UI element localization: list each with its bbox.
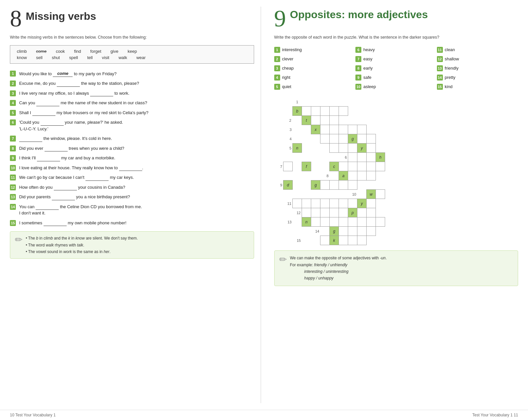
answer-blank [36, 102, 59, 106]
answer-blank [54, 186, 77, 190]
exercise-list: 1 Would you like to come to my party on … [10, 70, 254, 226]
opp-num: 15 [437, 84, 443, 90]
exercise-item: 9 I think I'll my car and buy a motorbik… [10, 155, 254, 161]
opp-word: cheap [282, 66, 294, 71]
opp-item-7: 7 easy [355, 54, 437, 64]
answer-blank [57, 82, 80, 87]
word-give: give [111, 49, 118, 54]
opp-item-1: 1 interesting [274, 45, 356, 54]
opp-word: kind [445, 84, 453, 89]
opp-word: pretty [445, 75, 456, 80]
right-section-title: Opposites: more adjectives [290, 7, 428, 21]
word-climb: climb [17, 49, 27, 54]
exercise-num: 5 [10, 110, 16, 116]
exercise-text: the window, please. It's cold in here. [19, 135, 112, 142]
opp-word: easy [363, 56, 372, 61]
cell-letter: x [315, 127, 317, 132]
word-wear: wear [136, 55, 146, 60]
cell-letter: g [314, 183, 317, 187]
exercise-item: 1 Would you like to come to my party on … [10, 70, 254, 77]
word-keep: keep [128, 49, 137, 54]
cell-letter: c [333, 164, 335, 169]
exercise-num: 6 [10, 119, 16, 125]
filled-answer: come [53, 70, 73, 77]
footer-left: 10 Test Your Vocabulary 1 [10, 413, 56, 417]
cell-letter: k [333, 238, 335, 243]
exercise-num: 11 [10, 175, 16, 180]
opp-item-5: 5 quiet [274, 82, 356, 91]
exercise-num: 2 [10, 81, 16, 86]
opp-num: 12 [437, 56, 443, 62]
exercise-item: 5 Shall I my blue trousers or my red ski… [10, 110, 254, 116]
word-box: climb come cook find forget give keep kn… [10, 45, 254, 64]
opp-num: 3 [274, 65, 280, 71]
cell-letter: h [379, 155, 381, 160]
exercise-num: 3 [10, 90, 16, 96]
right-instructions: Write the opposite of each word in the p… [274, 34, 518, 41]
footer-right: Test Your Vocabulary 1 11 [472, 413, 518, 417]
page-footer: 10 Test Your Vocabulary 1 Test Your Voca… [0, 410, 528, 420]
opp-word: safe [363, 75, 372, 80]
exercise-item: 4 Can you me the name of the new student… [10, 100, 254, 106]
answer-blank [41, 121, 64, 126]
exercise-num: 13 [10, 194, 16, 200]
opp-word: clever [282, 56, 294, 61]
cell-letter: f [306, 164, 307, 169]
opp-word: shallow [445, 56, 459, 61]
note-box-right: ✏ We can make the opposite of some adjec… [274, 250, 518, 286]
word-sell: sell [36, 55, 43, 60]
exercise-item: 8 Did you ever trees when you were a chi… [10, 145, 254, 152]
opp-item-9: 9 safe [355, 73, 437, 82]
opp-item-10: 10 asleep [355, 82, 437, 91]
left-section-number: 8 [10, 7, 22, 30]
opp-item-8: 8 early [355, 64, 437, 73]
opp-num: 13 [437, 65, 443, 71]
exercise-num: 15 [10, 220, 16, 226]
opp-num: 4 [274, 75, 280, 81]
opp-word: early [363, 66, 373, 71]
opp-num: 8 [355, 65, 361, 71]
word-walk: walk [118, 55, 127, 60]
opp-num: 9 [355, 75, 361, 81]
exercise-item: 15 I sometimes my own mobile phone numbe… [10, 220, 254, 226]
answer-blank [90, 92, 113, 96]
answer-blank [36, 205, 59, 210]
word-tell: tell [87, 55, 93, 60]
exercise-item: 13 Did your parents you a nice birthday … [10, 194, 254, 200]
exercise-num: 1 [10, 71, 16, 77]
opp-item-4: 4 right [274, 73, 356, 82]
opp-num: 5 [274, 84, 280, 90]
note-box-left: ✏ • The b in climb and the k in know are… [10, 231, 254, 259]
exercise-num: 14 [10, 204, 16, 210]
exercise-num: 12 [10, 184, 16, 190]
word-spell: spell [69, 55, 78, 60]
answer-blank [85, 176, 109, 181]
word-row-2: know sell shut spell tell visit walk wea… [17, 55, 247, 60]
right-section-header: 9 Opposites: more adjectives [274, 7, 518, 30]
answer-blank [52, 196, 75, 200]
cell-letter: a [342, 174, 345, 178]
exercise-item: 7 the window, please. It's cold in here. [10, 135, 254, 142]
opp-item-3: 3 cheap [274, 64, 356, 73]
exercise-item: 3 I live very near my office, so I alway… [10, 90, 254, 97]
opp-word: right [282, 75, 290, 80]
opp-num: 14 [437, 75, 443, 81]
word-know: know [17, 55, 27, 60]
opp-num: 2 [274, 56, 280, 62]
word-find: find [74, 49, 81, 54]
answer-blank [37, 157, 60, 161]
left-instructions: Write the missing verbs in the sentences… [10, 34, 254, 41]
answer-blank [19, 137, 42, 142]
opp-num: 6 [355, 47, 361, 53]
left-section-title: Missing verbs [26, 7, 96, 22]
exercise-num: 8 [10, 145, 16, 151]
cell-letter: t [306, 118, 307, 123]
exercise-text: Can you me the name of the new student i… [19, 100, 147, 106]
crossword-grid: 1 [274, 97, 385, 245]
cell-letter: n [305, 220, 308, 224]
cell-letter: d [287, 183, 289, 187]
right-section-number: 9 [274, 7, 286, 30]
opp-word: quiet [282, 84, 291, 89]
opp-num: 7 [355, 56, 361, 62]
cell-letter: y [361, 146, 363, 150]
